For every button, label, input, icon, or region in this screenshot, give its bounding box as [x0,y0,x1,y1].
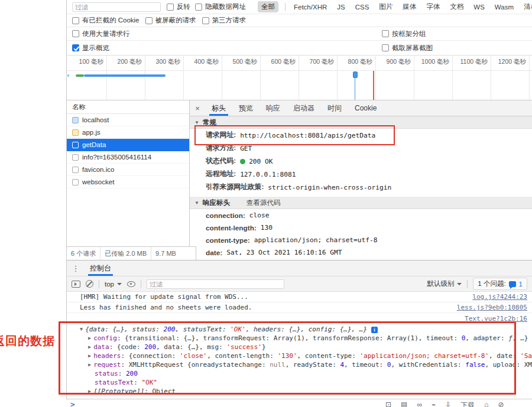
file-type-icon [72,154,79,161]
filter-pill-CSS[interactable]: CSS [353,2,371,12]
filter-pill-Fetch/XHR[interactable]: Fetch/XHR [292,2,329,12]
filter-pill-全部[interactable]: 全部 [258,1,278,12]
header-name: date: [206,249,222,257]
network-overview-timeline[interactable]: 100 毫秒200 毫秒300 毫秒400 毫秒500 毫秒600 毫秒700 … [67,56,532,100]
blocked-cookies-checkbox[interactable]: 有已拦截的 Cookie [72,16,140,25]
checkbox-icon [382,44,389,51]
request-row-favicon.ico[interactable]: favicon.ico [67,164,189,176]
bottom-strip-icon[interactable]: ⊡ [385,401,391,407]
header-name: connection: [206,211,245,220]
blocked-requests-checkbox[interactable]: 被屏蔽的请求 [145,16,196,25]
capture-screenshots-checkbox[interactable]: 截取屏幕截图 [382,44,433,53]
request-name: info?t=1635005416114 [82,154,151,161]
clear-console-icon[interactable] [86,280,93,288]
header-row: content-length:130 [190,222,532,234]
toolbar-divider [467,280,468,288]
execution-context-dropdown[interactable]: top [105,281,122,288]
big-request-rows-label: 使用大量请求行 [82,30,130,38]
annotation-box-request-url [194,125,395,145]
timeline-tick-label: 400 毫秒 [184,56,222,100]
invert-checkbox[interactable]: 反转 [167,2,190,11]
close-icon[interactable]: × [190,100,205,116]
request-type-filter-pills: 全部Fetch/XHRJSCSS图片媒体字体文档WSWasm清单其他 [258,1,532,12]
checkbox-icon [382,30,389,37]
view-source-button[interactable]: 查看源代码 [246,198,281,207]
header-name: 远程地址: [206,170,236,179]
request-details-pane: × 标头预览响应启动器时间Cookie ▼ 常规 请求网址:http://loc… [190,100,532,260]
tab-启动器[interactable]: 启动器 [287,100,321,116]
console-filter-input[interactable] [147,279,284,289]
tab-预览[interactable]: 预览 [232,100,259,116]
big-request-rows-checkbox[interactable]: 使用大量请求行 [72,30,130,38]
log-level-dropdown[interactable]: 默认级别 [427,279,462,288]
tab-标头[interactable]: 标头 [205,100,232,116]
tab-时间[interactable]: 时间 [321,100,348,116]
header-name: content-length: [206,224,257,232]
source-link[interactable]: log.js?4244:23 [472,293,527,301]
filter-pill-清单[interactable]: 清单 [522,1,532,12]
annotation-box-response-object [59,321,516,395]
timeline-ruler: 100 毫秒200 毫秒300 毫秒400 毫秒500 毫秒600 毫秒700 … [69,56,530,100]
capture-screenshots-label: 截取屏幕截图 [392,44,433,53]
console-log-entry: Less has finished and no sheets were loa… [67,302,532,313]
network-summary-bar: 6 个请求已传输 2.0 MB9.7 MB [67,246,196,260]
header-row: 引荐来源网址政策:strict-origin-when-cross-origin [190,181,532,194]
group-by-frame-checkbox[interactable]: 按框架分组 [382,30,426,38]
filter-pill-WS[interactable]: WS [472,2,486,12]
bottom-strip-icon[interactable]: ⊘ [498,401,504,407]
console-prompt-chevron-icon[interactable]: > [70,400,75,407]
response-headers-section-title: 响应标头 [203,198,230,207]
bottom-strip-icon[interactable]: ⌁ [432,401,436,407]
console-sidebar-icon[interactable] [72,281,80,288]
bottom-strip-icon[interactable]: ∞ [417,401,422,407]
toolbar-divider [141,280,141,288]
checkbox-icon [145,17,153,24]
response-headers-section-header[interactable]: ▼ 响应标头 查看源代码 [190,197,532,209]
live-expression-eye-icon[interactable] [127,281,135,287]
filter-pill-媒体[interactable]: 媒体 [401,1,418,12]
source-link[interactable]: less.js?9eb0:10805 [457,304,527,311]
header-name: content-type: [206,236,250,245]
bottom-strip-icon[interactable]: 下载 [460,401,475,407]
request-row-info?t=1635005416114[interactable]: info?t=1635005416114 [67,151,189,164]
details-tabs: 标头预览响应启动器时间Cookie [205,100,383,116]
filter-pill-字体[interactable]: 字体 [424,1,442,12]
request-name: app.js [82,129,100,136]
header-value: GET [240,145,252,152]
network-filter-input[interactable] [72,2,161,12]
bottom-strip-icon[interactable]: ▤ [401,401,407,407]
filter-pill-JS[interactable]: JS [335,2,346,12]
more-options-icon[interactable]: ⋮ [67,264,85,273]
checkbox-icon [202,17,209,24]
issues-label: 1 个问题: [478,279,505,288]
tab-console[interactable]: 控制台 [87,261,114,276]
timeline-blue-bar [84,74,166,77]
name-column-header[interactable]: 名称 [67,100,189,114]
third-party-checkbox[interactable]: 第三方请求 [202,16,246,25]
filter-pill-图片[interactable]: 图片 [377,1,394,12]
filter-pill-Wasm[interactable]: Wasm [493,2,515,12]
checkbox-icon [72,17,79,24]
issues-button[interactable]: 1 个问题: 1 [473,278,527,290]
domcontentloaded-marker-line [355,78,355,100]
tab-Cookie[interactable]: Cookie [348,100,383,116]
third-party-label: 第三方请求 [212,16,246,25]
summary-item: 6 个请求 [67,247,100,260]
request-row-websocket[interactable]: websocket [67,176,189,188]
tab-响应[interactable]: 响应 [259,100,287,116]
blocked-requests-label: 被屏蔽的请求 [155,16,196,25]
token: 'Sat, 23 Oct [520,352,532,360]
timeline-tick-label: 900 毫秒 [376,56,414,100]
filter-pill-文档[interactable]: 文档 [448,1,465,12]
bottom-strip-icon[interactable]: ⌂ [484,401,488,407]
load-event-marker-line [373,71,374,100]
show-overview-checkbox[interactable]: 显示概览 [72,44,109,53]
header-row: connection:close [190,209,532,222]
request-row-getData[interactable]: getData [67,139,189,151]
hide-data-urls-checkbox[interactable]: 隐藏数据网址 [195,2,246,11]
request-row-app.js[interactable]: app.js [67,126,189,139]
console-tab-bar: ⋮ 控制台 [67,261,532,276]
header-row: 远程地址:127.0.0.1:8081 [190,168,532,181]
request-row-localhost[interactable]: localhost [67,114,189,126]
bottom-strip-icon[interactable]: ⇩ [445,401,451,407]
